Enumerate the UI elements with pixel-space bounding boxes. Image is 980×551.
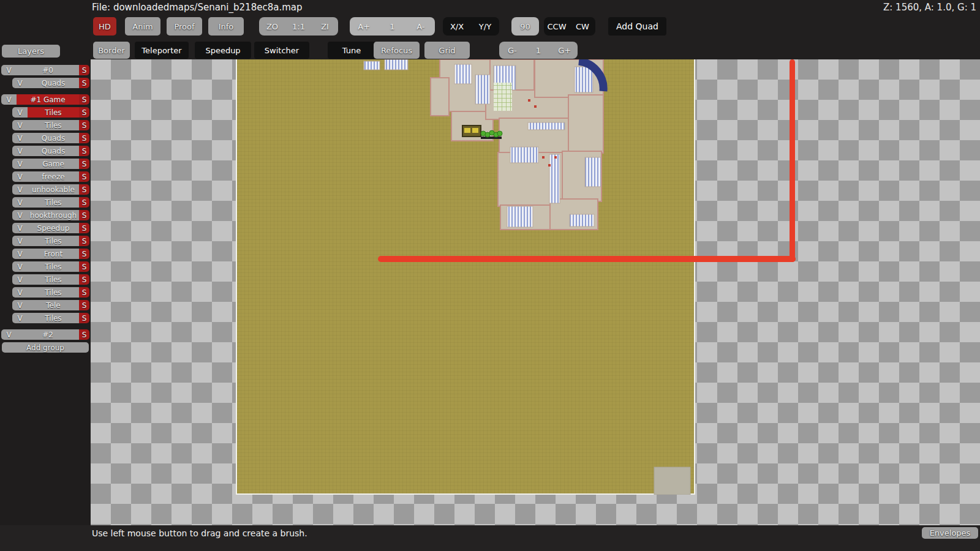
tune-button[interactable]: Tune (328, 42, 375, 59)
envelopes-button[interactable]: Envelopes (922, 527, 978, 539)
visibility-toggle[interactable]: V (12, 197, 28, 208)
solo-toggle[interactable]: S (79, 274, 89, 285)
visibility-toggle[interactable]: V (12, 120, 28, 130)
visibility-toggle[interactable]: V (12, 223, 28, 233)
visibility-toggle[interactable]: V (12, 236, 28, 246)
solo-toggle[interactable]: S (79, 236, 89, 246)
layer-label[interactable]: Tiles (28, 274, 79, 285)
visibility-toggle[interactable]: V (12, 313, 28, 323)
editor-canvas[interactable] (91, 59, 980, 525)
visibility-toggle[interactable]: V (12, 300, 28, 310)
solo-toggle[interactable]: S (79, 120, 89, 130)
layer-label[interactable]: Quads (28, 78, 79, 88)
visibility-toggle[interactable]: V (12, 78, 28, 88)
layer-row[interactable]: VQuadsS (12, 78, 89, 88)
solo-toggle[interactable]: S (79, 313, 89, 323)
add-quad-button[interactable]: Add Quad (608, 17, 666, 36)
flip-x-button[interactable]: X/X (443, 22, 471, 31)
layer-row[interactable]: VTilesS (12, 236, 89, 246)
refocus-button[interactable]: Refocus (374, 42, 420, 59)
layer-row[interactable]: VTilesS (12, 120, 89, 130)
layer-row[interactable]: VunhookableS (12, 184, 89, 195)
speedup-button[interactable]: Speedup (195, 42, 251, 59)
layer-label[interactable]: Tiles (28, 313, 79, 323)
layer-label[interactable]: Tiles (28, 236, 79, 246)
layer-row[interactable]: VTilesS (12, 313, 89, 323)
anim-toggle-button[interactable]: Anim (125, 17, 160, 36)
visibility-toggle[interactable]: V (12, 261, 28, 272)
rotate-cw-button[interactable]: CW (570, 22, 595, 31)
layer-label[interactable]: Tiles (28, 287, 79, 298)
rotate-ccw-button[interactable]: CCW (544, 22, 570, 31)
layer-group-row[interactable]: V#1 GameS (1, 94, 89, 105)
solo-toggle[interactable]: S (79, 249, 89, 259)
teleporter-button[interactable]: Teleporter (135, 42, 189, 59)
info-toggle-button[interactable]: Info (208, 17, 244, 36)
layer-label[interactable]: #0 (17, 65, 79, 75)
solo-toggle[interactable]: S (79, 300, 89, 310)
layer-row[interactable]: VGameS (12, 159, 89, 169)
solo-toggle[interactable]: S (79, 184, 89, 195)
layer-row[interactable]: VTilesS (12, 274, 89, 285)
layer-label[interactable]: #1 Game (17, 94, 79, 105)
grid-larger-button[interactable]: G+ (551, 46, 578, 55)
layer-row[interactable]: VTilesS (12, 107, 89, 118)
layer-label[interactable]: Quads (28, 133, 79, 143)
layer-label[interactable]: Tiles (28, 197, 79, 208)
map-background[interactable] (236, 59, 695, 495)
visibility-toggle[interactable]: V (12, 287, 28, 298)
hd-toggle-button[interactable]: HD (93, 17, 116, 36)
rotate-amount-button[interactable]: 90 (511, 17, 539, 36)
visibility-toggle[interactable]: V (12, 184, 28, 195)
solo-toggle[interactable]: S (79, 261, 89, 272)
solo-toggle[interactable]: S (79, 159, 89, 169)
zoom-out-button[interactable]: ZO (259, 22, 285, 31)
layer-label[interactable]: Front (28, 249, 79, 259)
visibility-toggle[interactable]: V (12, 249, 28, 259)
visibility-toggle[interactable]: V (12, 133, 28, 143)
layer-label[interactable]: Speedup (28, 223, 79, 233)
solo-toggle[interactable]: S (79, 94, 89, 105)
layer-row[interactable]: VTilesS (12, 261, 89, 272)
add-group-button[interactable]: Add group (2, 342, 89, 353)
visibility-toggle[interactable]: V (12, 107, 28, 118)
solo-toggle[interactable]: S (79, 107, 89, 118)
layer-label[interactable]: Tiles (28, 261, 79, 272)
layer-label[interactable]: #2 (17, 329, 79, 340)
visibility-toggle[interactable]: V (12, 210, 28, 220)
visibility-toggle[interactable]: V (12, 146, 28, 156)
solo-toggle[interactable]: S (79, 133, 89, 143)
visibility-toggle[interactable]: V (1, 65, 17, 75)
visibility-toggle[interactable]: V (12, 171, 28, 182)
flip-y-button[interactable]: Y/Y (471, 22, 499, 31)
layer-row[interactable]: VTilesS (12, 287, 89, 298)
visibility-toggle[interactable]: V (1, 94, 17, 105)
layer-row[interactable]: VSpeedupS (12, 223, 89, 233)
visibility-toggle[interactable]: V (12, 274, 28, 285)
layer-row[interactable]: VTeleS (12, 300, 89, 310)
solo-toggle[interactable]: S (79, 78, 89, 88)
layer-row[interactable]: VhookthroughS (12, 210, 89, 220)
solo-toggle[interactable]: S (79, 171, 89, 182)
layer-label[interactable]: Tele (28, 300, 79, 310)
solo-toggle[interactable]: S (79, 197, 89, 208)
solo-toggle[interactable]: S (79, 146, 89, 156)
switcher-button[interactable]: Switcher (254, 42, 309, 59)
solo-toggle[interactable]: S (79, 287, 89, 298)
layer-row[interactable]: VTilesS (12, 197, 89, 208)
layer-row[interactable]: VQuadsS (12, 146, 89, 156)
layer-label[interactable]: hookthrough (28, 210, 79, 220)
layer-group-row[interactable]: V#0S (1, 65, 89, 75)
border-button[interactable]: Border (93, 42, 130, 59)
layer-row[interactable]: VfreezeS (12, 171, 89, 182)
layer-group-row[interactable]: V#2S (1, 329, 89, 340)
visibility-toggle[interactable]: V (12, 159, 28, 169)
grid-toggle-button[interactable]: Grid (424, 42, 470, 59)
solo-toggle[interactable]: S (79, 210, 89, 220)
layer-label[interactable]: Tiles (28, 120, 79, 130)
solo-toggle[interactable]: S (79, 65, 89, 75)
layer-label[interactable]: Quads (28, 146, 79, 156)
zoom-reset-button[interactable]: 1:1 (285, 22, 312, 31)
proof-toggle-button[interactable]: Proof (167, 17, 202, 36)
solo-toggle[interactable]: S (79, 223, 89, 233)
